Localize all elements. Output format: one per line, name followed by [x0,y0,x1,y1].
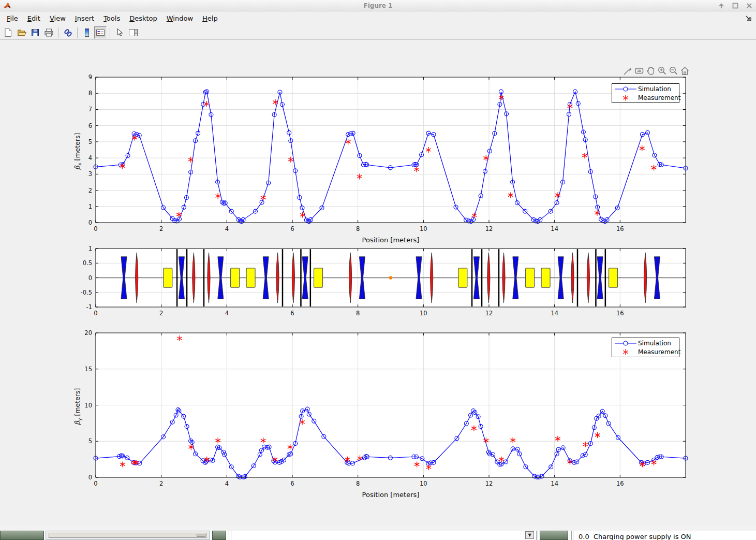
svg-text:2: 2 [159,480,163,487]
svg-text:6: 6 [290,310,294,317]
property-inspector-button[interactable] [127,26,139,39]
menu-bar: File Edit View Insert Tools Desktop Wind… [0,11,756,25]
menu-edit[interactable]: Edit [23,12,45,24]
menu-file[interactable]: File [2,12,23,24]
zoom-in-icon[interactable] [657,66,667,76]
edit-plot-button[interactable] [113,26,126,39]
save-figure-icon [31,28,40,37]
legend-entry-measurement: Measurement [613,93,678,102]
svg-text:12: 12 [485,480,493,487]
insert-colorbar-button[interactable] [81,26,93,39]
svg-text:-1: -1 [86,303,92,311]
window-edge [573,531,573,540]
svg-text:16: 16 [616,310,624,317]
legend-top[interactable]: Simulation Measurement [612,83,679,103]
simulation-line-marker [613,85,638,93]
svg-text:4: 4 [225,480,229,487]
svg-text:1: 1 [88,245,92,252]
svg-text:12: 12 [485,310,493,317]
svg-text:10: 10 [420,225,427,232]
svg-text:3: 3 [88,170,92,178]
data-tips-icon[interactable] [634,66,644,76]
ylabel-beta-y: βy [meters] [73,381,83,432]
menu-tools[interactable]: Tools [99,12,125,24]
minimize-icon[interactable] [718,2,725,9]
title-bar: Figure 1 [0,0,756,11]
svg-text:2: 2 [159,310,163,317]
svg-text:12: 12 [485,225,493,232]
xlabel-top: Position [meters] [96,236,686,244]
link-plot-button[interactable] [62,26,74,39]
figure-canvas: 024681012141601234567890246810121416-1-0… [0,0,756,540]
toolbar-separator [77,27,78,38]
zoom-out-icon[interactable] [669,66,678,76]
restore-home-icon[interactable] [680,66,690,76]
maximize-icon[interactable] [732,2,739,9]
pan-hand-icon[interactable] [646,66,656,76]
edit-plot-arrow-icon [115,28,124,37]
svg-text:15: 15 [84,366,92,373]
print-figure-icon [44,28,54,37]
svg-text:2: 2 [88,187,92,194]
menu-view[interactable]: View [45,12,70,24]
svg-text:2: 2 [159,225,163,232]
svg-text:0: 0 [94,480,97,487]
svg-text:20: 20 [84,329,92,337]
window-edge [231,531,231,540]
menu-insert[interactable]: Insert [70,12,99,24]
svg-text:7: 7 [88,106,92,113]
ylabel-beta-x: βx [meters] [73,125,83,177]
save-figure-button[interactable] [29,26,41,39]
figure-window: 024681012141601234567890246810121416-1-0… [0,0,756,540]
insert-legend-icon [96,28,105,37]
svg-text:-0.5: -0.5 [81,289,92,296]
horizontal-scrollbar[interactable] [49,533,206,538]
svg-text:1: 1 [88,203,92,210]
desktop-bottom-strip: ▼ 0.0 Charging power supply is ON [0,527,756,540]
svg-text:14: 14 [551,480,558,487]
insert-legend-button[interactable] [94,26,107,39]
xlabel-bottom: Position [meters] [96,491,686,499]
brush-icon[interactable] [623,66,633,76]
close-icon[interactable] [746,2,753,9]
legend-entry-measurement: Measurement [613,347,678,356]
svg-text:4: 4 [88,154,92,162]
open-file-button[interactable] [16,26,28,39]
status-text: 0.0 Charging power supply is ON [579,533,691,540]
dock-figure-icon[interactable] [745,15,752,22]
window-edge [229,531,229,540]
svg-text:6: 6 [290,225,294,232]
open-file-icon [17,28,27,37]
property-inspector-icon [128,28,138,37]
measurement-asterisk-marker [613,94,638,101]
background-windows-row: ▼ 0.0 Charging power supply is ON [0,531,756,540]
axes-1: 0246810121416-1-0.500.51 [81,245,686,317]
svg-text:0: 0 [94,310,97,317]
dropdown-button[interactable]: ▼ [525,531,534,539]
svg-text:10: 10 [420,480,427,487]
new-figure-button[interactable] [2,26,14,39]
menu-help[interactable]: Help [198,12,223,24]
svg-text:0: 0 [88,274,92,282]
legend-entry-simulation: Simulation [613,339,678,347]
svg-text:9: 9 [88,74,92,81]
menu-desktop[interactable]: Desktop [125,12,162,24]
window-controls [718,2,753,9]
toolbar-separator [110,27,110,38]
svg-text:14: 14 [551,310,558,317]
svg-text:10: 10 [84,402,92,409]
svg-text:4: 4 [225,310,229,317]
scrollbar-thumb[interactable] [197,534,205,537]
print-figure-button[interactable] [42,26,55,39]
svg-text:6: 6 [88,122,92,129]
svg-text:10: 10 [420,310,427,317]
axes-2: 024681012141605101520 [84,329,688,487]
svg-text:16: 16 [616,225,624,232]
toolbar-separator [58,27,58,38]
window-edge [536,531,537,540]
axes-toolbar [623,66,690,76]
menu-window[interactable]: Window [162,12,198,24]
svg-text:5: 5 [88,138,92,145]
legend-bottom[interactable]: Simulation Measurement [612,338,679,357]
link-plot-icon [63,28,73,37]
